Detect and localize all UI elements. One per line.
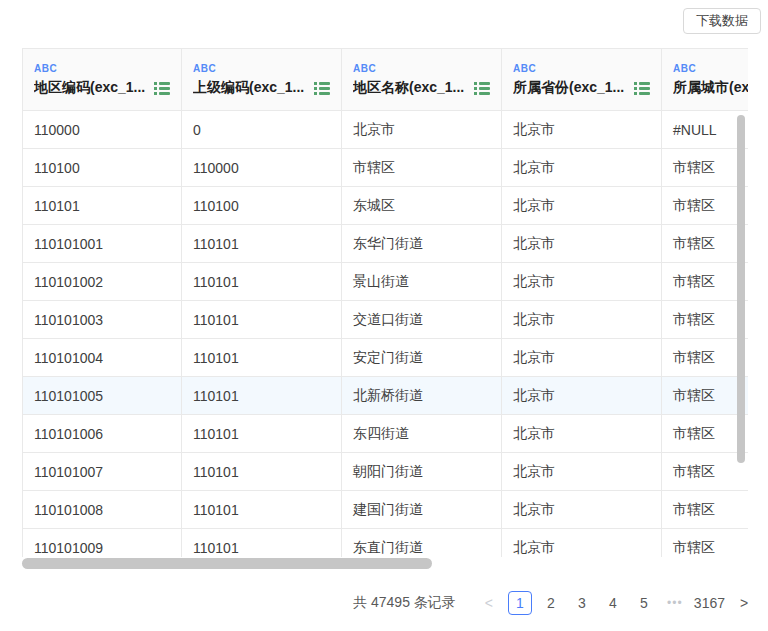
column-list-icon[interactable]	[634, 81, 650, 95]
table-cell: 110101	[182, 453, 342, 491]
table-cell: 市辖区	[662, 453, 749, 491]
table-cell: 市辖区	[662, 301, 749, 339]
column-label: 所属城市(ex	[673, 79, 748, 97]
data-table-viewport: ABC地区编码(exc_1...ABC上级编码(exc_1...ABC地区名称(…	[22, 48, 748, 557]
vertical-scrollbar[interactable]	[737, 115, 745, 463]
table-cell: 110101006	[23, 415, 182, 453]
table-cell: 市辖区	[662, 415, 749, 453]
column-list-icon[interactable]	[474, 81, 490, 95]
pager-page-2[interactable]: 2	[539, 591, 563, 615]
table-cell: 北新桥街道	[342, 377, 502, 415]
column-header-4: ABC所属城市(ex	[662, 49, 749, 111]
table-cell: 110101	[182, 415, 342, 453]
table-cell: 北京市	[342, 111, 502, 149]
table-cell: 市辖区	[662, 263, 749, 301]
table-cell: 110101	[182, 339, 342, 377]
table-cell: 东直门街道	[342, 529, 502, 558]
table-cell: 东四街道	[342, 415, 502, 453]
download-data-button[interactable]: 下载数据	[683, 8, 761, 34]
table-cell: 北京市	[502, 377, 662, 415]
table-cell: 北京市	[502, 339, 662, 377]
table-cell: 110101	[182, 529, 342, 558]
table-row: 110101003110101交道口街道北京市市辖区	[23, 301, 749, 339]
table-cell: 110101	[182, 491, 342, 529]
column-label: 地区编码(exc_1...	[34, 79, 145, 97]
column-label: 地区名称(exc_1...	[353, 79, 464, 97]
table-cell: 北京市	[502, 491, 662, 529]
table-cell: 110101007	[23, 453, 182, 491]
table-row: 110101110100东城区北京市市辖区	[23, 187, 749, 225]
column-label: 上级编码(exc_1...	[193, 79, 304, 97]
pagination-footer: 共 47495 条记录 <12345•••3167>	[0, 588, 756, 618]
table-cell: 110100	[23, 149, 182, 187]
table-cell: 安定门街道	[342, 339, 502, 377]
column-list-icon[interactable]	[154, 81, 170, 95]
table-cell: 110101	[182, 263, 342, 301]
table-cell: 110101004	[23, 339, 182, 377]
table-row: 110101007110101朝阳门街道北京市市辖区	[23, 453, 749, 491]
pager-prev-button[interactable]: <	[477, 591, 501, 615]
record-count-label: 共 47495 条记录	[353, 594, 456, 612]
column-type-badge: ABC	[34, 63, 170, 74]
table-cell: 110101	[182, 225, 342, 263]
table-cell: 东城区	[342, 187, 502, 225]
pager-page-1[interactable]: 1	[508, 591, 532, 615]
table-cell: 110101009	[23, 529, 182, 558]
table-row: 1100000北京市北京市#NULL	[23, 111, 749, 149]
table-row: 110101009110101东直门街道北京市市辖区	[23, 529, 749, 558]
table-cell: 市辖区	[662, 529, 749, 558]
table-cell: 建国门街道	[342, 491, 502, 529]
table-cell: 景山街道	[342, 263, 502, 301]
table-cell: 110100	[182, 187, 342, 225]
table-cell: 110101001	[23, 225, 182, 263]
column-list-icon[interactable]	[314, 81, 330, 95]
table-cell: 市辖区	[662, 339, 749, 377]
table-cell: #NULL	[662, 111, 749, 149]
table-cell: 北京市	[502, 225, 662, 263]
horizontal-scrollbar[interactable]	[22, 558, 432, 569]
table-header-row: ABC地区编码(exc_1...ABC上级编码(exc_1...ABC地区名称(…	[23, 49, 749, 111]
data-preview-page: { "toolbar": { "download_label": "下载数据" …	[0, 0, 768, 631]
column-type-badge: ABC	[513, 63, 650, 74]
table-cell: 北京市	[502, 149, 662, 187]
pager-page-3167[interactable]: 3167	[694, 591, 725, 615]
table-cell: 110101	[182, 377, 342, 415]
table-cell: 市辖区	[662, 225, 749, 263]
table-cell: 市辖区	[342, 149, 502, 187]
table-cell: 110101008	[23, 491, 182, 529]
pager-page-3[interactable]: 3	[570, 591, 594, 615]
table-cell: 110101	[182, 301, 342, 339]
table-row: 110101001110101东华门街道北京市市辖区	[23, 225, 749, 263]
pager-next-button[interactable]: >	[732, 591, 756, 615]
table-cell: 北京市	[502, 453, 662, 491]
table-cell: 北京市	[502, 415, 662, 453]
table-row: 110101006110101东四街道北京市市辖区	[23, 415, 749, 453]
pager-ellipsis[interactable]: •••	[663, 591, 687, 615]
table-cell: 110101002	[23, 263, 182, 301]
table-row: 110101005110101北新桥街道北京市市辖区	[23, 377, 749, 415]
table-cell: 北京市	[502, 187, 662, 225]
table-row: 110101004110101安定门街道北京市市辖区	[23, 339, 749, 377]
pager-page-4[interactable]: 4	[601, 591, 625, 615]
column-header-0: ABC地区编码(exc_1...	[23, 49, 182, 111]
column-header-2: ABC地区名称(exc_1...	[342, 49, 502, 111]
table-row: 110100110000市辖区北京市市辖区	[23, 149, 749, 187]
table-cell: 110101005	[23, 377, 182, 415]
pager: <12345•••3167>	[470, 591, 756, 615]
table-cell: 北京市	[502, 301, 662, 339]
table-cell: 110101003	[23, 301, 182, 339]
table-cell: 110000	[23, 111, 182, 149]
pager-page-5[interactable]: 5	[632, 591, 656, 615]
column-type-badge: ABC	[673, 63, 748, 74]
table-cell: 北京市	[502, 111, 662, 149]
table-cell: 110101	[23, 187, 182, 225]
table-cell: 朝阳门街道	[342, 453, 502, 491]
table-cell: 东华门街道	[342, 225, 502, 263]
table-cell: 交道口街道	[342, 301, 502, 339]
table-cell: 市辖区	[662, 187, 749, 225]
column-type-badge: ABC	[193, 63, 330, 74]
table-row: 110101008110101建国门街道北京市市辖区	[23, 491, 749, 529]
column-header-3: ABC所属省份(exc_1...	[502, 49, 662, 111]
table-cell: 110000	[182, 149, 342, 187]
table-cell: 市辖区	[662, 491, 749, 529]
